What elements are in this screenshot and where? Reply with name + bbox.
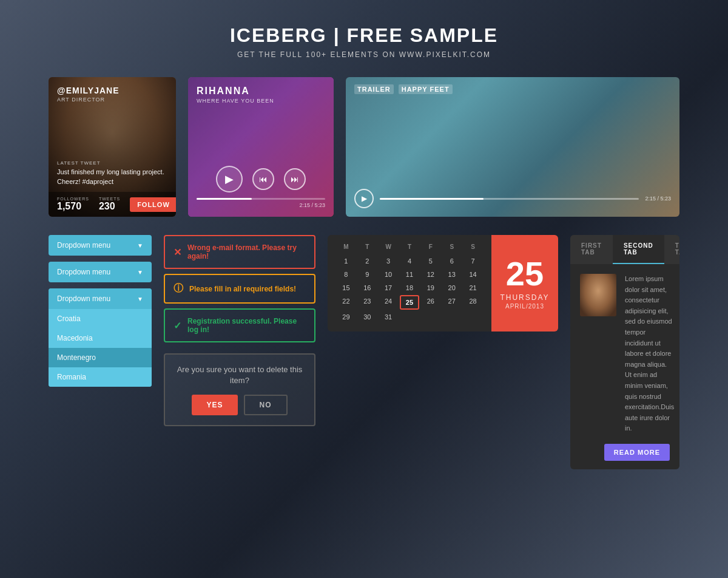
calendar-day-name: THURSDAY bbox=[500, 293, 549, 302]
calendar-day[interactable]: 18 bbox=[400, 282, 420, 294]
alert-warning-text: Please fill in all required fields! bbox=[189, 285, 296, 293]
calendar-day[interactable]: 12 bbox=[420, 268, 440, 280]
tweets-stat: TWEETS 230 bbox=[99, 197, 120, 212]
dropdown-2-label: Dropdown menu bbox=[57, 268, 110, 276]
calendar-day[interactable]: 16 bbox=[357, 282, 377, 294]
calendar-day[interactable]: 25 bbox=[400, 295, 420, 310]
calendar-day[interactable]: 1 bbox=[336, 255, 356, 267]
dropdown-3-label: Dropdown menu bbox=[57, 294, 110, 303]
alert-success: ✓ Registration successful. Please log in… bbox=[164, 308, 315, 342]
calendar-day[interactable]: 11 bbox=[400, 268, 420, 280]
video-progress-fill bbox=[380, 198, 484, 200]
music-overlay: RIHANNA WHERE HAVE YOU BEEN bbox=[188, 77, 334, 217]
alert-error-text: Wrong e-mail format. Please try again! bbox=[187, 243, 306, 260]
calendar-header: MTWTFSS bbox=[336, 243, 483, 250]
music-song: WHERE HAVE YOU BEEN bbox=[197, 98, 325, 104]
calendar-day[interactable]: 3 bbox=[379, 255, 399, 267]
music-progress-fill bbox=[197, 198, 252, 200]
tab-item-1[interactable]: SECOND TAB bbox=[613, 235, 664, 264]
page-header: ICEBERG | FREE SAMPLE GET THE FULL 100+ … bbox=[0, 0, 728, 77]
calendar-day[interactable]: 22 bbox=[336, 295, 356, 310]
calendar-main: MTWTFSS 12345678910111213141516171819202… bbox=[328, 235, 491, 332]
dropdown-option-montenegro[interactable]: Montenegro bbox=[49, 348, 152, 367]
confirm-no-button[interactable]: NO bbox=[244, 395, 288, 415]
calendar-sidebar: 25 THURSDAY APRIL/2013 bbox=[491, 235, 558, 332]
video-play-button[interactable]: ▶ bbox=[354, 189, 374, 208]
music-time: 2:15 / 5:23 bbox=[197, 202, 325, 208]
profile-overlay: @EMILYJANE ART DIRECTOR LATEST TWEET Jus… bbox=[49, 77, 176, 217]
forward-button[interactable]: ⏭ bbox=[284, 168, 306, 190]
confirm-yes-button[interactable]: YES bbox=[192, 395, 237, 415]
dropdown-1-label: Dropdown menu bbox=[57, 241, 110, 250]
dropdown-3-arrow: ▼ bbox=[137, 296, 143, 302]
calendar-header-cell: T bbox=[400, 243, 420, 250]
dropdown-1[interactable]: Dropdown menu ▼ bbox=[49, 235, 152, 256]
calendar-day[interactable]: 27 bbox=[442, 295, 462, 310]
tab-actions: READ MORE bbox=[570, 444, 679, 469]
dropdown-2-arrow: ▼ bbox=[137, 269, 143, 276]
calendar-day[interactable]: 21 bbox=[463, 282, 483, 294]
alert-error: ✕ Wrong e-mail format. Please try again! bbox=[164, 235, 315, 269]
follow-button[interactable]: FOLLOW bbox=[130, 197, 176, 212]
calendar-day[interactable]: 9 bbox=[357, 268, 377, 280]
music-progress-track[interactable] bbox=[197, 198, 325, 200]
page-title: ICEBERG | FREE SAMPLE bbox=[0, 24, 728, 47]
calendar-day[interactable]: 23 bbox=[357, 295, 377, 310]
warning-icon: ⓘ bbox=[174, 282, 183, 295]
dropdown-option-croatia[interactable]: Croatia bbox=[49, 309, 152, 328]
calendar-day[interactable]: 17 bbox=[379, 282, 399, 294]
calendar-date: 25 bbox=[506, 257, 544, 291]
play-button[interactable]: ▶ bbox=[216, 166, 243, 192]
calendar-month-year: APRIL/2013 bbox=[505, 303, 544, 310]
tabs-widget: FIRST TABSECOND TABTHIRD TABFOURTH TAB L… bbox=[570, 235, 679, 469]
tweet-label: LATEST TWEET bbox=[57, 160, 167, 166]
calendar-day[interactable]: 10 bbox=[379, 268, 399, 280]
alert-warning: ⓘ Please fill in all required fields! bbox=[164, 274, 315, 304]
dropdown-3-header[interactable]: Dropdown menu ▼ bbox=[49, 288, 152, 309]
tab-avatar bbox=[580, 274, 616, 316]
calendar-day[interactable]: 6 bbox=[442, 255, 462, 267]
calendar-day[interactable]: 14 bbox=[463, 268, 483, 280]
read-more-button[interactable]: READ MORE bbox=[604, 444, 670, 461]
tweet-text: Just finished my long lasting project. C… bbox=[57, 168, 167, 186]
music-card: RIHANNA WHERE HAVE YOU BEEN ▶ ⏮ ⏭ 2:15 /… bbox=[188, 77, 334, 217]
dropdown-2[interactable]: Dropdown menu ▼ bbox=[49, 262, 152, 282]
tab-item-0[interactable]: FIRST TAB bbox=[570, 235, 613, 264]
video-progress-track[interactable] bbox=[380, 198, 639, 200]
dropdown-option-macedonia[interactable]: Macedonia bbox=[49, 328, 152, 348]
video-time: 2:15 / 5:23 bbox=[645, 195, 671, 202]
rewind-button[interactable]: ⏮ bbox=[252, 168, 274, 190]
calendar-widget: MTWTFSS 12345678910111213141516171819202… bbox=[328, 235, 558, 332]
calendar-day[interactable]: 28 bbox=[463, 295, 483, 310]
music-progress-bar: 2:15 / 5:23 bbox=[197, 198, 325, 208]
calendar-days: 1234567891011121314151617181920212223242… bbox=[336, 255, 483, 323]
calendar-day bbox=[420, 311, 440, 323]
calendar-day[interactable]: 30 bbox=[357, 311, 377, 323]
calendar-day[interactable]: 20 bbox=[442, 282, 462, 294]
calendar-day[interactable]: 8 bbox=[336, 268, 356, 280]
profile-tweet-section: LATEST TWEET Just finished my long lasti… bbox=[57, 160, 167, 186]
calendar-day[interactable]: 15 bbox=[336, 282, 356, 294]
video-label-title: HAPPY FEET bbox=[399, 84, 453, 94]
calendar-day[interactable]: 5 bbox=[420, 255, 440, 267]
error-icon: ✕ bbox=[174, 246, 181, 258]
tab-item-2[interactable]: THIRD TAB bbox=[664, 235, 679, 264]
calendar-day bbox=[442, 311, 462, 323]
calendar-header-cell: W bbox=[379, 243, 399, 250]
calendar-day[interactable]: 29 bbox=[336, 311, 356, 323]
video-controls-bar: ▶ 2:15 / 5:23 bbox=[354, 189, 671, 208]
dropdown-option-romania[interactable]: Romania bbox=[49, 367, 152, 387]
calendar-day[interactable]: 7 bbox=[463, 255, 483, 267]
video-label: TRAILER HAPPY FEET bbox=[354, 86, 455, 93]
confirm-text: Are you sure you want to delete this ite… bbox=[175, 364, 305, 386]
video-card: TRAILER HAPPY FEET ▶ 2:15 / 5:23 bbox=[346, 77, 679, 217]
dropdowns-column: Dropdown menu ▼ Dropdown menu ▼ Dropdown… bbox=[49, 235, 152, 387]
calendar-day[interactable]: 4 bbox=[400, 255, 420, 267]
calendar-day[interactable]: 26 bbox=[420, 295, 440, 310]
calendar-day[interactable]: 13 bbox=[442, 268, 462, 280]
calendar-day[interactable]: 24 bbox=[379, 295, 399, 310]
page-subtitle: GET THE FULL 100+ ELEMENTS ON WWW.PIXELK… bbox=[0, 50, 728, 59]
calendar-day[interactable]: 2 bbox=[357, 255, 377, 267]
calendar-day[interactable]: 19 bbox=[420, 282, 440, 294]
calendar-day[interactable]: 31 bbox=[379, 311, 399, 323]
